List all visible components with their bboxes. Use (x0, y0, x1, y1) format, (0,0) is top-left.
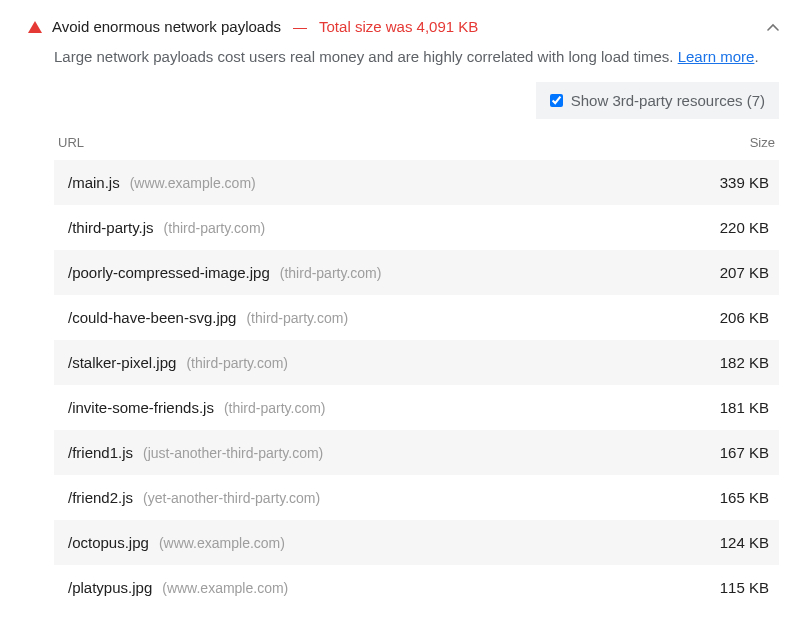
column-header-url: URL (58, 135, 689, 150)
table-row[interactable]: /friend2.js(yet-another-third-party.com)… (54, 475, 779, 520)
warning-triangle-icon (28, 21, 42, 33)
description-text: Large network payloads cost users real m… (54, 48, 678, 65)
url-cell: /invite-some-friends.js(third-party.com) (68, 399, 679, 416)
filter-row: Show 3rd-party resources (7) (54, 82, 779, 119)
url-cell: /third-party.js(third-party.com) (68, 219, 679, 236)
table-row[interactable]: /friend1.js(just-another-third-party.com… (54, 430, 779, 475)
resource-host: (www.example.com) (162, 580, 288, 596)
third-party-filter-label: Show 3rd-party resources (7) (571, 92, 765, 109)
url-cell: /poorly-compressed-image.jpg(third-party… (68, 264, 679, 281)
audit-header[interactable]: Avoid enormous network payloads — Total … (28, 14, 779, 45)
table-row[interactable]: /platypus.jpg(www.example.com)115 KB (54, 565, 779, 610)
resource-path: /poorly-compressed-image.jpg (68, 264, 270, 281)
resource-host: (www.example.com) (130, 175, 256, 191)
resource-host: (third-party.com) (224, 400, 326, 416)
table-row[interactable]: /invite-some-friends.js(third-party.com)… (54, 385, 779, 430)
resource-size: 207 KB (679, 264, 769, 281)
table-row[interactable]: /could-have-been-svg.jpg(third-party.com… (54, 295, 779, 340)
resource-host: (yet-another-third-party.com) (143, 490, 320, 506)
url-cell: /friend2.js(yet-another-third-party.com) (68, 489, 679, 506)
resource-size: 181 KB (679, 399, 769, 416)
resource-path: /stalker-pixel.jpg (68, 354, 176, 371)
resource-host: (third-party.com) (246, 310, 348, 326)
resource-path: /invite-some-friends.js (68, 399, 214, 416)
table-row[interactable]: /poorly-compressed-image.jpg(third-party… (54, 250, 779, 295)
resource-size: 124 KB (679, 534, 769, 551)
resource-host: (www.example.com) (159, 535, 285, 551)
third-party-filter[interactable]: Show 3rd-party resources (7) (536, 82, 779, 119)
column-header-size: Size (689, 135, 779, 150)
resource-host: (just-another-third-party.com) (143, 445, 323, 461)
url-cell: /octopus.jpg(www.example.com) (68, 534, 679, 551)
audit-title: Avoid enormous network payloads (52, 18, 281, 35)
resource-size: 167 KB (679, 444, 769, 461)
column-headers: URL Size (54, 125, 779, 160)
learn-more-link[interactable]: Learn more (678, 48, 755, 65)
chevron-up-icon[interactable] (767, 20, 779, 34)
resource-size: 206 KB (679, 309, 769, 326)
url-cell: /friend1.js(just-another-third-party.com… (68, 444, 679, 461)
table-row[interactable]: /third-party.js(third-party.com)220 KB (54, 205, 779, 250)
description-period: . (754, 48, 758, 65)
audit-content: Large network payloads cost users real m… (28, 45, 779, 610)
url-cell: /could-have-been-svg.jpg(third-party.com… (68, 309, 679, 326)
resource-host: (third-party.com) (164, 220, 266, 236)
resource-size: 165 KB (679, 489, 769, 506)
resource-path: /third-party.js (68, 219, 154, 236)
resource-path: /could-have-been-svg.jpg (68, 309, 236, 326)
separator: — (293, 19, 307, 35)
resource-path: /main.js (68, 174, 120, 191)
resource-size: 115 KB (679, 579, 769, 596)
table-row[interactable]: /main.js(www.example.com)339 KB (54, 160, 779, 205)
url-cell: /platypus.jpg(www.example.com) (68, 579, 679, 596)
resource-host: (third-party.com) (280, 265, 382, 281)
resource-path: /friend1.js (68, 444, 133, 461)
resource-size: 182 KB (679, 354, 769, 371)
resource-size: 220 KB (679, 219, 769, 236)
audit-description: Large network payloads cost users real m… (54, 45, 779, 68)
resource-table: /main.js(www.example.com)339 KB/third-pa… (54, 160, 779, 610)
resource-size: 339 KB (679, 174, 769, 191)
third-party-checkbox[interactable] (550, 94, 563, 107)
resource-path: /platypus.jpg (68, 579, 152, 596)
resource-path: /friend2.js (68, 489, 133, 506)
resource-path: /octopus.jpg (68, 534, 149, 551)
table-row[interactable]: /stalker-pixel.jpg(third-party.com)182 K… (54, 340, 779, 385)
resource-host: (third-party.com) (186, 355, 288, 371)
url-cell: /stalker-pixel.jpg(third-party.com) (68, 354, 679, 371)
table-row[interactable]: /octopus.jpg(www.example.com)124 KB (54, 520, 779, 565)
url-cell: /main.js(www.example.com) (68, 174, 679, 191)
audit-summary: Total size was 4,091 KB (319, 18, 478, 35)
